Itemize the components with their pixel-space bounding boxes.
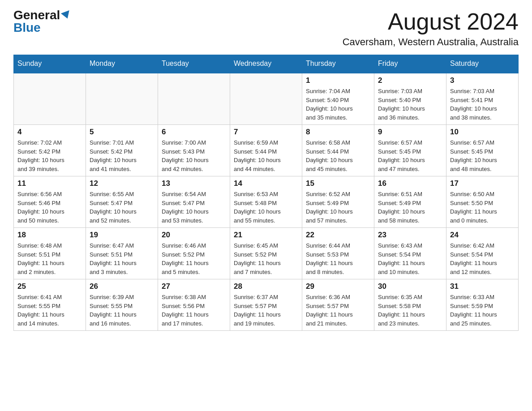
table-row: 22Sunrise: 6:44 AM Sunset: 5:53 PM Dayli…: [302, 228, 374, 279]
col-sunday: Sunday: [14, 55, 86, 73]
day-info: Sunrise: 7:02 AM Sunset: 5:42 PM Dayligh…: [17, 138, 82, 173]
table-row: [230, 73, 302, 125]
table-row: 24Sunrise: 6:42 AM Sunset: 5:54 PM Dayli…: [446, 228, 519, 279]
calendar-week-5: 25Sunrise: 6:41 AM Sunset: 5:55 PM Dayli…: [14, 279, 519, 331]
day-number: 12: [90, 179, 154, 188]
month-title: August 2024: [343, 9, 519, 34]
day-info: Sunrise: 6:42 AM Sunset: 5:54 PM Dayligh…: [450, 241, 515, 276]
table-row: 26Sunrise: 6:39 AM Sunset: 5:55 PM Dayli…: [86, 279, 158, 331]
table-row: 16Sunrise: 6:51 AM Sunset: 5:49 PM Dayli…: [374, 176, 446, 228]
day-info: Sunrise: 7:03 AM Sunset: 5:41 PM Dayligh…: [450, 87, 515, 122]
day-info: Sunrise: 6:39 AM Sunset: 5:55 PM Dayligh…: [90, 293, 154, 328]
day-number: 7: [234, 128, 298, 137]
day-number: 20: [162, 231, 226, 240]
day-number: 8: [306, 128, 370, 137]
day-number: 25: [17, 282, 82, 291]
day-number: 24: [450, 231, 515, 240]
day-number: 26: [90, 282, 154, 291]
day-info: Sunrise: 6:59 AM Sunset: 5:44 PM Dayligh…: [234, 138, 298, 173]
day-number: 11: [17, 179, 82, 188]
day-info: Sunrise: 6:56 AM Sunset: 5:46 PM Dayligh…: [17, 190, 82, 225]
table-row: 30Sunrise: 6:35 AM Sunset: 5:58 PM Dayli…: [374, 279, 446, 331]
day-number: 10: [450, 128, 515, 137]
logo-blue-text: Blue: [13, 21, 41, 34]
table-row: 19Sunrise: 6:47 AM Sunset: 5:51 PM Dayli…: [86, 228, 158, 279]
table-row: 2Sunrise: 7:03 AM Sunset: 5:40 PM Daylig…: [374, 73, 446, 125]
table-row: 31Sunrise: 6:33 AM Sunset: 5:59 PM Dayli…: [446, 279, 519, 331]
day-info: Sunrise: 6:37 AM Sunset: 5:57 PM Dayligh…: [234, 293, 298, 328]
day-info: Sunrise: 6:44 AM Sunset: 5:53 PM Dayligh…: [306, 241, 370, 276]
day-number: 3: [450, 76, 515, 85]
location-subtitle: Caversham, Western Australia, Australia: [343, 36, 519, 48]
calendar-week-1: 1Sunrise: 7:04 AM Sunset: 5:40 PM Daylig…: [14, 73, 519, 125]
logo-general-text: General: [13, 9, 60, 21]
day-number: 1: [306, 76, 370, 85]
day-number: 13: [162, 179, 226, 188]
day-number: 2: [378, 76, 442, 85]
day-info: Sunrise: 7:03 AM Sunset: 5:40 PM Dayligh…: [378, 87, 442, 122]
day-number: 22: [306, 231, 370, 240]
table-row: 23Sunrise: 6:43 AM Sunset: 5:54 PM Dayli…: [374, 228, 446, 279]
title-area: August 2024 Caversham, Western Australia…: [343, 9, 519, 48]
table-row: 9Sunrise: 6:57 AM Sunset: 5:45 PM Daylig…: [374, 125, 446, 176]
day-info: Sunrise: 6:51 AM Sunset: 5:49 PM Dayligh…: [378, 190, 442, 225]
day-number: 15: [306, 179, 370, 188]
day-info: Sunrise: 6:43 AM Sunset: 5:54 PM Dayligh…: [378, 241, 442, 276]
day-info: Sunrise: 6:41 AM Sunset: 5:55 PM Dayligh…: [17, 293, 82, 328]
table-row: 4Sunrise: 7:02 AM Sunset: 5:42 PM Daylig…: [14, 125, 86, 176]
day-info: Sunrise: 6:52 AM Sunset: 5:49 PM Dayligh…: [306, 190, 370, 225]
table-row: 5Sunrise: 7:01 AM Sunset: 5:42 PM Daylig…: [86, 125, 158, 176]
day-info: Sunrise: 6:55 AM Sunset: 5:47 PM Dayligh…: [90, 190, 154, 225]
table-row: 14Sunrise: 6:53 AM Sunset: 5:48 PM Dayli…: [230, 176, 302, 228]
day-number: 16: [378, 179, 442, 188]
logo-triangle-icon: [61, 10, 72, 20]
col-friday: Friday: [374, 55, 446, 73]
table-row: 13Sunrise: 6:54 AM Sunset: 5:47 PM Dayli…: [158, 176, 230, 228]
calendar-week-4: 18Sunrise: 6:48 AM Sunset: 5:51 PM Dayli…: [14, 228, 519, 279]
table-row: 11Sunrise: 6:56 AM Sunset: 5:46 PM Dayli…: [14, 176, 86, 228]
table-row: 21Sunrise: 6:45 AM Sunset: 5:52 PM Dayli…: [230, 228, 302, 279]
day-number: 31: [450, 282, 515, 291]
day-info: Sunrise: 6:45 AM Sunset: 5:52 PM Dayligh…: [234, 241, 298, 276]
day-info: Sunrise: 6:36 AM Sunset: 5:57 PM Dayligh…: [306, 293, 370, 328]
day-info: Sunrise: 6:57 AM Sunset: 5:45 PM Dayligh…: [378, 138, 442, 173]
table-row: 15Sunrise: 6:52 AM Sunset: 5:49 PM Dayli…: [302, 176, 374, 228]
day-info: Sunrise: 7:04 AM Sunset: 5:40 PM Dayligh…: [306, 87, 370, 122]
table-row: 7Sunrise: 6:59 AM Sunset: 5:44 PM Daylig…: [230, 125, 302, 176]
day-number: 28: [234, 282, 298, 291]
day-info: Sunrise: 6:53 AM Sunset: 5:48 PM Dayligh…: [234, 190, 298, 225]
table-row: 25Sunrise: 6:41 AM Sunset: 5:55 PM Dayli…: [14, 279, 86, 331]
table-row: 27Sunrise: 6:38 AM Sunset: 5:56 PM Dayli…: [158, 279, 230, 331]
table-row: 20Sunrise: 6:46 AM Sunset: 5:52 PM Dayli…: [158, 228, 230, 279]
calendar-table: Sunday Monday Tuesday Wednesday Thursday…: [13, 55, 519, 331]
day-number: 27: [162, 282, 226, 291]
day-info: Sunrise: 6:57 AM Sunset: 5:45 PM Dayligh…: [450, 138, 515, 173]
day-number: 9: [378, 128, 442, 137]
day-info: Sunrise: 6:50 AM Sunset: 5:50 PM Dayligh…: [450, 190, 515, 225]
day-number: 21: [234, 231, 298, 240]
logo: General Blue: [13, 9, 71, 34]
table-row: 18Sunrise: 6:48 AM Sunset: 5:51 PM Dayli…: [14, 228, 86, 279]
day-info: Sunrise: 7:00 AM Sunset: 5:43 PM Dayligh…: [162, 138, 226, 173]
table-row: 17Sunrise: 6:50 AM Sunset: 5:50 PM Dayli…: [446, 176, 519, 228]
day-info: Sunrise: 6:48 AM Sunset: 5:51 PM Dayligh…: [17, 241, 82, 276]
day-number: 6: [162, 128, 226, 137]
day-info: Sunrise: 7:01 AM Sunset: 5:42 PM Dayligh…: [90, 138, 154, 173]
col-saturday: Saturday: [446, 55, 519, 73]
day-number: 17: [450, 179, 515, 188]
day-info: Sunrise: 6:33 AM Sunset: 5:59 PM Dayligh…: [450, 293, 515, 328]
table-row: 1Sunrise: 7:04 AM Sunset: 5:40 PM Daylig…: [302, 73, 374, 125]
day-number: 19: [90, 231, 154, 240]
table-row: 3Sunrise: 7:03 AM Sunset: 5:41 PM Daylig…: [446, 73, 519, 125]
day-info: Sunrise: 6:46 AM Sunset: 5:52 PM Dayligh…: [162, 241, 226, 276]
day-number: 30: [378, 282, 442, 291]
calendar-week-3: 11Sunrise: 6:56 AM Sunset: 5:46 PM Dayli…: [14, 176, 519, 228]
col-monday: Monday: [86, 55, 158, 73]
calendar-week-2: 4Sunrise: 7:02 AM Sunset: 5:42 PM Daylig…: [14, 125, 519, 176]
day-number: 29: [306, 282, 370, 291]
table-row: 10Sunrise: 6:57 AM Sunset: 5:45 PM Dayli…: [446, 125, 519, 176]
day-info: Sunrise: 6:38 AM Sunset: 5:56 PM Dayligh…: [162, 293, 226, 328]
day-info: Sunrise: 6:35 AM Sunset: 5:58 PM Dayligh…: [378, 293, 442, 328]
day-number: 23: [378, 231, 442, 240]
col-wednesday: Wednesday: [230, 55, 302, 73]
